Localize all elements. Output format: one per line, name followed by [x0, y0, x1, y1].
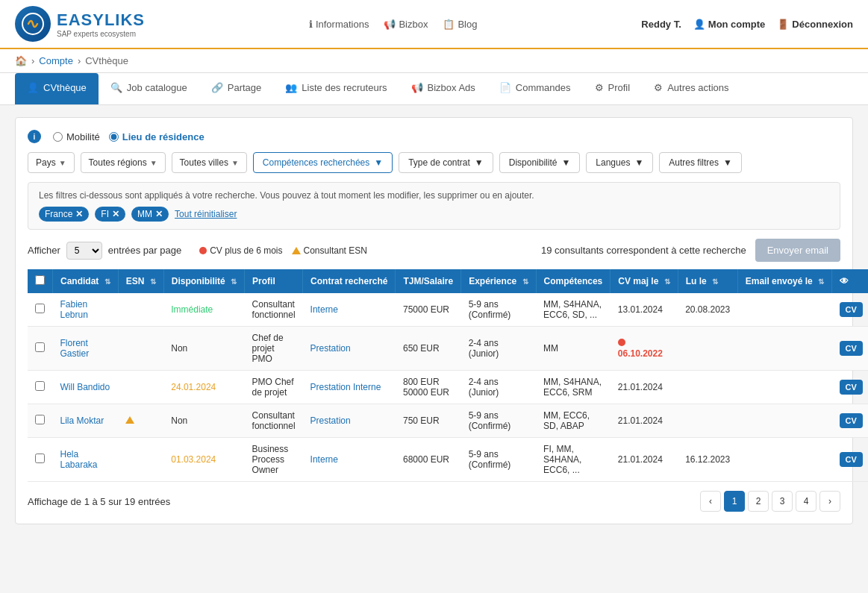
sort-dispo[interactable]: ⇅	[231, 277, 237, 286]
sort-exp[interactable]: ⇅	[522, 277, 528, 286]
remove-mm[interactable]: ✕	[155, 209, 163, 219]
next-page-button[interactable]: ›	[819, 491, 840, 512]
table-body: Fabien Lebrun Immédiate Consultant fonct…	[28, 293, 868, 482]
tab-liste-recruteurs[interactable]: 👥 Liste des recruteurs	[273, 73, 399, 104]
tab-partage[interactable]: 🔗 Partage	[199, 73, 274, 104]
cv-button[interactable]: CV	[840, 380, 863, 395]
regions-chevron: ▼	[150, 159, 157, 167]
tab-autres-actions[interactable]: ⚙ Autres actions	[642, 73, 740, 104]
row-candidat: Florent Gastier	[53, 327, 119, 371]
tab-bizbox-ads[interactable]: 📢 Bizbox Ads	[399, 73, 487, 104]
reset-filters-link[interactable]: Tout réinitialiser	[175, 209, 237, 219]
langues-chevron: ▼	[634, 157, 643, 168]
row-esn	[118, 404, 163, 438]
sort-esn[interactable]: ⇅	[150, 277, 156, 286]
cv-button[interactable]: CV	[840, 341, 863, 356]
autres-filtres-dropdown[interactable]: Autres filtres ▼	[659, 152, 742, 173]
showing-text: Affichage de 1 à 5 sur 19 entrées	[28, 496, 170, 507]
cv-button[interactable]: CV	[840, 452, 863, 467]
candidate-link[interactable]: Fabien Lebrun	[60, 299, 88, 320]
sort-email[interactable]: ⇅	[818, 277, 824, 286]
langues-dropdown[interactable]: Langues ▼	[586, 152, 653, 173]
breadcrumb-cvtheque: CVthèque	[85, 55, 128, 66]
toutes-regions-dropdown[interactable]: Toutes régions ▼	[81, 152, 166, 173]
entries-select[interactable]: 5 10 25	[66, 242, 102, 260]
breadcrumb-home[interactable]: 🏠	[15, 55, 27, 66]
row-checkbox	[28, 293, 53, 327]
pays-dropdown[interactable]: Pays ▼	[28, 152, 75, 173]
th-email-envoye: Email envoyé le ⇅	[737, 269, 831, 293]
nav-informations[interactable]: ℹ Informations	[309, 19, 369, 30]
active-filters-text: Les filtres ci-dessous sont appliqués à …	[39, 190, 829, 201]
tab-commandes[interactable]: 📄 Commandes	[487, 73, 583, 104]
tab-job-catalogue[interactable]: 🔍 Job catalogue	[99, 73, 199, 104]
contrat-chevron: ▼	[475, 157, 484, 168]
prev-page-button[interactable]: ‹	[700, 491, 721, 512]
breadcrumb-separator-2: ›	[78, 55, 81, 66]
pagination: ‹ 1 2 3 4 ›	[700, 491, 840, 512]
competences-dropdown[interactable]: Compétences recherchées ▼	[253, 152, 393, 173]
th-lu-le: Lu le ⇅	[678, 269, 737, 293]
radio-lieu-residence[interactable]: Lieu de résidence	[109, 131, 204, 142]
candidate-link[interactable]: Florent Gastier	[60, 338, 90, 359]
cv-button[interactable]: CV	[840, 413, 863, 428]
row-checkbox-input[interactable]	[35, 415, 45, 424]
row-candidat: Hela Labaraka	[53, 438, 119, 482]
row-checkbox-input[interactable]	[35, 342, 45, 352]
row-competences: MM, S4HANA, ECC6, SD, ...	[536, 293, 611, 327]
select-all-checkbox[interactable]	[35, 275, 45, 285]
tab-profil[interactable]: ⚙ Profil	[583, 73, 643, 104]
row-contrat: Interne	[303, 438, 396, 482]
row-email-envoye	[737, 438, 831, 482]
remove-fi[interactable]: ✕	[112, 209, 119, 219]
tag-mm[interactable]: MM ✕	[131, 207, 169, 222]
breadcrumb-compte[interactable]: Compte	[39, 55, 73, 66]
mon-compte-link[interactable]: 👤 Mon compte	[693, 19, 766, 30]
row-candidat: Fabien Lebrun	[53, 293, 119, 327]
row-checkbox	[28, 327, 53, 371]
row-checkbox-input[interactable]	[35, 381, 45, 391]
disponibilite-dropdown[interactable]: Disponibilité ▼	[499, 152, 581, 173]
page-4-button[interactable]: 4	[796, 491, 817, 512]
tag-fi[interactable]: FI ✕	[95, 207, 125, 222]
row-checkbox-input[interactable]	[35, 304, 45, 313]
partage-icon: 🔗	[211, 82, 223, 93]
table-controls-right: 19 consultants correspondent à cette rec…	[541, 239, 840, 262]
radio-lieu-input[interactable]	[109, 132, 119, 142]
row-esn	[118, 327, 163, 371]
row-actions: CV	[832, 438, 868, 482]
job-icon: 🔍	[110, 82, 122, 93]
tag-france[interactable]: France ✕	[39, 207, 89, 222]
sort-lu-le[interactable]: ⇅	[712, 277, 718, 286]
candidate-link[interactable]: Will Bandido	[60, 382, 110, 392]
nav-bizbox[interactable]: 📢 Bizbox	[384, 19, 428, 30]
row-checkbox-input[interactable]	[35, 454, 45, 463]
sort-candidat[interactable]: ⇅	[104, 277, 110, 286]
th-checkbox	[28, 269, 53, 293]
send-email-button[interactable]: Envoyer email	[755, 239, 840, 262]
type-contrat-dropdown[interactable]: Type de contrat ▼	[399, 152, 493, 173]
remove-france[interactable]: ✕	[75, 209, 83, 219]
nav-blog[interactable]: 📋 Blog	[443, 19, 477, 30]
page-3-button[interactable]: 3	[772, 491, 793, 512]
toutes-villes-dropdown[interactable]: Toutes villes ▼	[172, 152, 247, 173]
page-1-button[interactable]: 1	[724, 491, 745, 512]
cv-button[interactable]: CV	[840, 302, 863, 317]
row-email-envoye	[737, 371, 831, 404]
row-contrat: Prestation Interne	[303, 371, 396, 404]
row-disponibilite: 01.03.2024	[163, 438, 244, 482]
info-icon[interactable]: i	[28, 130, 41, 143]
filter-tags: France ✕ FI ✕ MM ✕ Tout réinitialiser	[39, 207, 829, 222]
tab-cvtheque[interactable]: 👤 CVthèque	[15, 73, 99, 104]
table-row: Lila Moktar Non Consultant fonctionnel P…	[28, 404, 868, 438]
candidate-link[interactable]: Hela Labaraka	[60, 449, 98, 470]
row-contrat: Interne	[303, 293, 396, 327]
radio-mobilite-input[interactable]	[53, 132, 63, 142]
sort-cv-maj[interactable]: ⇅	[664, 277, 670, 286]
results-text: 19 consultants correspondent à cette rec…	[541, 245, 746, 256]
radio-mobilite[interactable]: Mobilité	[53, 131, 100, 142]
candidate-link[interactable]: Lila Moktar	[60, 415, 104, 426]
deconnexion-link[interactable]: 🚪 Déconnexion	[777, 19, 853, 30]
content-card: i Mobilité Lieu de résidence Pays ▼ Tout…	[15, 117, 853, 524]
page-2-button[interactable]: 2	[748, 491, 769, 512]
